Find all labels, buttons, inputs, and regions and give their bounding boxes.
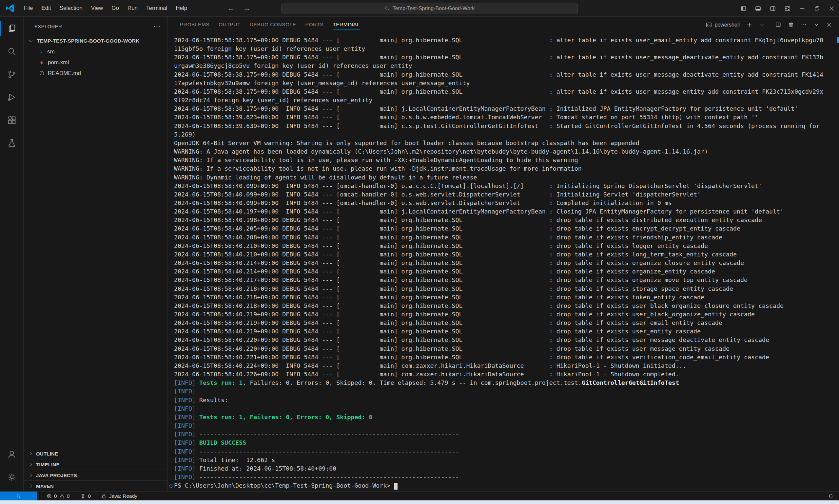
minimize-button[interactable] xyxy=(795,0,809,17)
notifications-bell[interactable] xyxy=(825,491,837,501)
explorer-icon xyxy=(7,23,17,33)
tab-terminal[interactable]: TERMINAL xyxy=(328,18,364,32)
close-button[interactable] xyxy=(824,0,839,17)
activity-bar-testing[interactable] xyxy=(0,132,23,155)
bell-icon xyxy=(828,493,834,499)
terminal-line: WARNING: A Java agent has been loaded dy… xyxy=(174,147,839,156)
activity-bar-extensions[interactable] xyxy=(0,109,23,132)
explorer-title: EXPLORER xyxy=(34,23,62,29)
menu-item-help[interactable]: Help xyxy=(171,3,191,14)
java-status[interactable]: Java: Ready xyxy=(98,491,141,501)
file-label: pom.xml xyxy=(48,59,69,66)
customize-layout-button[interactable] xyxy=(780,0,795,17)
bottom-panel: PROBLEMSOUTPUTDEBUG CONSOLEPORTSTERMINAL… xyxy=(168,17,839,491)
remote-icon xyxy=(15,493,22,499)
nav-back-icon[interactable]: ← xyxy=(227,4,235,13)
terminal-line: 2024-06-15T08:58:40.219+09:00 DEBUG 5484… xyxy=(174,310,839,319)
terminal-icon xyxy=(705,22,712,28)
file-label: src xyxy=(47,49,55,55)
split-terminal-button[interactable] xyxy=(773,20,783,30)
nav-forward-icon[interactable]: → xyxy=(243,4,250,13)
activity-bar-run-debug[interactable] xyxy=(0,86,23,109)
terminal-line: [INFO] xyxy=(174,421,839,430)
project-root-row[interactable]: TEMP-TEST-SPRING-BOOT-GOOD-WORK xyxy=(23,35,168,46)
activity-bar-source-control[interactable] xyxy=(0,63,23,86)
status-bar: 0 0 0 Java: Ready xyxy=(0,491,839,500)
tab-ports[interactable]: PORTS xyxy=(301,18,328,32)
file-tree-item-src[interactable]: src xyxy=(23,46,168,57)
terminal-line: [INFO] BUILD SUCCESS xyxy=(174,438,839,447)
terminal-line: 115gbf5o foreign key (user_id) reference… xyxy=(174,44,839,53)
activity-bar-search[interactable] xyxy=(0,40,23,63)
toggle-primary-sidebar-button[interactable] xyxy=(736,0,751,17)
terminal-line: 2024-06-15T08:58:40.210+09:00 DEBUG 5484… xyxy=(174,250,839,259)
tab-output[interactable]: OUTPUT xyxy=(214,18,245,32)
terminal-line: 2024-06-15T08:58:39.639+09:00 INFO 5484 … xyxy=(174,122,839,130)
terminal-shell-chip[interactable]: powershell xyxy=(705,22,740,28)
terminal-line: 2024-06-15T08:58:40.099+09:00 INFO 5484 … xyxy=(174,199,839,207)
restore-button[interactable] xyxy=(809,0,824,17)
split-icon xyxy=(775,22,781,28)
account-icon xyxy=(7,449,17,459)
terminal-line: 2024-06-15T08:58:40.197+09:00 INFO 5484 … xyxy=(174,207,839,216)
sidebar-section-outline[interactable]: OUTLINE xyxy=(23,448,168,459)
terminal-line: 2024-06-15T08:58:38.175+09:00 DEBUG 5484… xyxy=(174,36,839,44)
panel-more-actions[interactable] xyxy=(798,20,809,30)
terminal-profile-dropdown[interactable] xyxy=(757,20,767,30)
maven-file-icon: ♦ xyxy=(40,59,43,66)
tab-problems[interactable]: PROBLEMS xyxy=(175,18,214,32)
trash-icon xyxy=(788,22,794,28)
menu-item-run[interactable]: Run xyxy=(123,3,142,14)
search-icon xyxy=(384,5,390,11)
terminal-line: urgawm3e386ygcj8co5vu foreign key (user_… xyxy=(174,61,839,70)
tab-debug-console[interactable]: DEBUG CONSOLE xyxy=(245,18,301,32)
file-tree-item-pom-xml[interactable]: ♦pom.xml xyxy=(23,57,168,68)
problems-status[interactable]: 0 0 xyxy=(43,491,73,501)
explorer-more-actions-icon[interactable]: ⋯ xyxy=(154,22,161,30)
menu-bar: FileEditSelectionViewGoRunTerminalHelp xyxy=(20,3,191,14)
terminal-line: 2024-06-15T08:58:40.219+09:00 DEBUG 5484… xyxy=(174,327,839,336)
terminal-line: [INFO] Tests run: 1, Failures: 0, Errors… xyxy=(174,379,839,387)
terminal-line: 5.269) xyxy=(174,130,839,139)
toggle-panel-button[interactable] xyxy=(751,0,765,17)
terminal-line: 17apwfestnbkgv32u9amw foreign key (user_… xyxy=(174,79,839,87)
menu-item-selection[interactable]: Selection xyxy=(55,3,87,14)
menu-item-go[interactable]: Go xyxy=(107,3,123,14)
terminal-line: 2024-06-15T08:58:40.099+09:00 INFO 5484 … xyxy=(174,190,839,199)
panel-maximize-toggle[interactable] xyxy=(811,20,822,30)
file-tree-item-readme-md[interactable]: README.md xyxy=(23,68,168,78)
sidebar-section-maven[interactable]: MAVEN xyxy=(23,481,168,491)
sidebar-section-java-projects[interactable]: JAVA PROJECTS xyxy=(23,470,168,481)
search-icon xyxy=(7,47,17,56)
new-terminal-button[interactable] xyxy=(744,20,754,30)
menu-item-edit[interactable]: Edit xyxy=(37,3,55,14)
activity-bar-explorer[interactable] xyxy=(0,17,23,40)
ports-status[interactable]: 0 xyxy=(77,491,94,501)
menu-item-terminal[interactable]: Terminal xyxy=(142,3,171,14)
terminal-line: 2024-06-15T08:58:40.220+09:00 DEBUG 5484… xyxy=(174,336,839,344)
error-count: 0 xyxy=(54,493,57,499)
remote-indicator[interactable] xyxy=(0,491,37,501)
activity-bar-account[interactable] xyxy=(0,443,23,466)
sidebar-section-timeline[interactable]: TIMELINE xyxy=(23,459,168,470)
ellipsis-icon xyxy=(801,22,807,28)
info-icon xyxy=(39,70,45,76)
source-control-icon xyxy=(7,69,17,79)
close-panel-button[interactable] xyxy=(824,20,834,30)
chevron-down-icon xyxy=(28,38,33,43)
toggle-secondary-sidebar-button[interactable] xyxy=(765,0,780,17)
menu-item-view[interactable]: View xyxy=(87,3,107,14)
chevron-right-icon xyxy=(28,472,33,478)
terminal-line: 2024-06-15T08:58:40.198+09:00 DEBUG 5484… xyxy=(174,216,839,224)
coffee-cup-icon xyxy=(101,493,107,499)
ports-count: 0 xyxy=(88,493,91,499)
kill-terminal-button[interactable] xyxy=(786,20,796,30)
menu-item-file[interactable]: File xyxy=(20,3,37,14)
terminal-output[interactable]: 2024-06-15T08:58:38.175+09:00 DEBUG 5484… xyxy=(168,32,839,491)
terminal-line: 2024-06-15T08:58:40.214+09:00 DEBUG 5484… xyxy=(174,267,839,276)
terminal-line: WARNING: Dynamic loading of agents will … xyxy=(174,173,839,182)
terminal-line: [INFO] xyxy=(174,404,839,413)
terminal-line: 2024-06-15T08:58:38.175+09:00 DEBUG 5484… xyxy=(174,87,839,96)
activity-bar-settings[interactable] xyxy=(0,466,23,489)
command-center-search[interactable]: Temp-Test-Spring-Boot-Good-Work xyxy=(281,3,578,14)
